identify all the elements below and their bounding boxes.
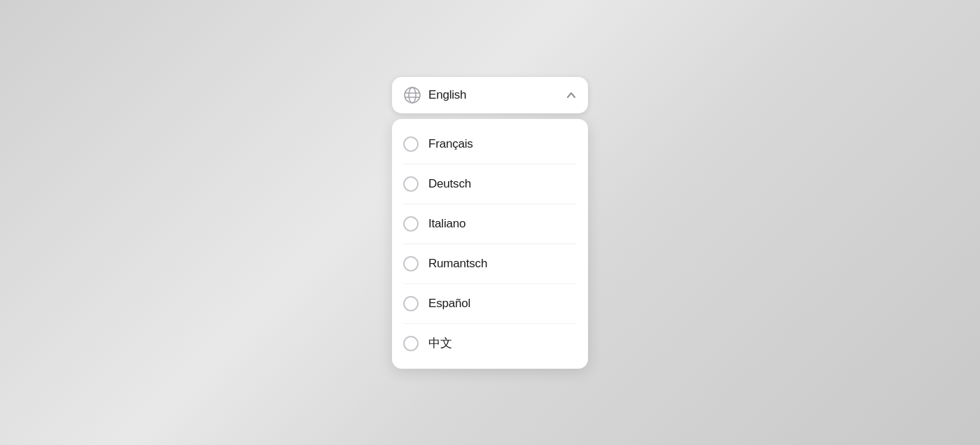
radio-rm	[403, 256, 419, 271]
radio-es	[403, 296, 419, 311]
language-dropdown-container: English Français Deutsch Italiano Rumant…	[392, 77, 588, 369]
language-option-fr[interactable]: Français	[392, 125, 588, 164]
language-dropdown-trigger[interactable]: English	[392, 77, 588, 113]
svg-point-1	[409, 87, 416, 103]
svg-point-0	[405, 87, 420, 103]
language-option-zh[interactable]: 中文	[392, 324, 588, 363]
language-label-es: Español	[428, 297, 470, 311]
selected-language-label: English	[428, 88, 559, 102]
language-label-rm: Rumantsch	[428, 257, 487, 271]
language-label-it: Italiano	[428, 217, 465, 231]
language-label-zh: 中文	[428, 335, 452, 351]
radio-fr	[403, 136, 419, 152]
language-option-rm[interactable]: Rumantsch	[392, 244, 588, 283]
radio-de	[403, 176, 419, 192]
language-option-it[interactable]: Italiano	[392, 204, 588, 243]
globe-icon	[403, 86, 421, 104]
language-label-fr: Français	[428, 137, 473, 151]
chevron-up-icon	[566, 90, 577, 101]
language-option-de[interactable]: Deutsch	[392, 164, 588, 204]
radio-zh	[403, 336, 419, 351]
language-options-list: Français Deutsch Italiano Rumantsch Espa…	[392, 119, 588, 369]
language-option-es[interactable]: Español	[392, 284, 588, 323]
radio-it	[403, 216, 419, 232]
language-label-de: Deutsch	[428, 177, 471, 191]
